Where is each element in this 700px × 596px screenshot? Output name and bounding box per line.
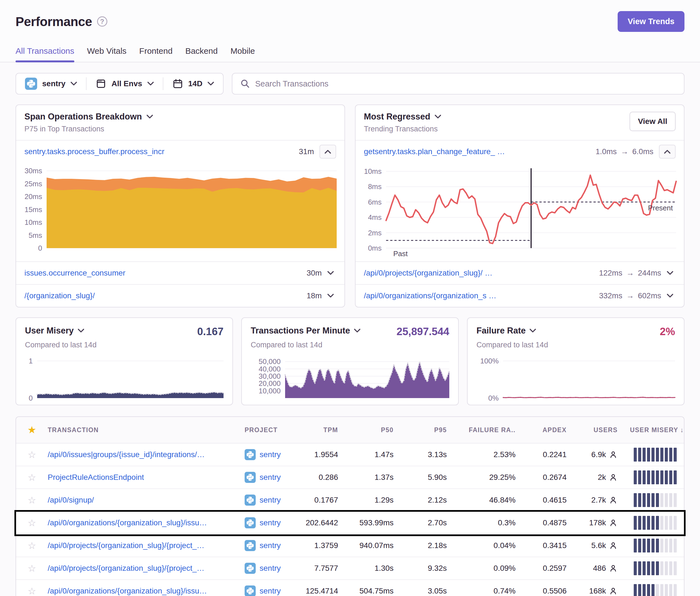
star-outline-icon[interactable]: ☆ <box>16 495 48 506</box>
duration-value: 18m <box>307 291 322 300</box>
tab-frontend[interactable]: Frontend <box>139 46 173 62</box>
expand-toggle[interactable] <box>665 289 676 303</box>
user-misery-chart <box>618 516 684 530</box>
regressed-transaction-link[interactable]: getsentry.tasks.plan_change_feature_ … <box>364 147 513 156</box>
star-outline-icon[interactable]: ☆ <box>16 586 48 596</box>
apdex-value: 0.4615 <box>516 496 567 504</box>
star-outline-icon[interactable]: ☆ <box>16 517 48 528</box>
col-apdex[interactable]: APDEX <box>516 426 567 434</box>
span-op-link[interactable]: issues.occurrence_consumer <box>24 268 134 278</box>
stacked-area-chart <box>47 168 337 248</box>
p50-value: 1.37s <box>338 473 394 482</box>
line-chart <box>386 168 676 248</box>
star-outline-icon[interactable]: ☆ <box>16 563 48 574</box>
failure-rate-value: 0.3% <box>447 518 516 527</box>
apdex-value: 0.5506 <box>516 587 567 595</box>
col-p50[interactable]: P50 <box>338 426 394 434</box>
project-link[interactable]: sentry <box>245 472 303 483</box>
tpm-mini-chart: 50,00040,00030,00020,00010,000 <box>251 357 449 398</box>
col-failure-ra[interactable]: FAILURE RA.. <box>447 426 516 434</box>
search-input[interactable] <box>255 79 676 88</box>
most-regressed-panel: Most Regressed Trending Transactions Vie… <box>355 104 684 307</box>
python-icon <box>25 78 37 90</box>
span-op-link[interactable]: /{organization_slug}/ <box>24 291 103 300</box>
y-axis: 10ms8ms6ms4ms2ms0ms <box>359 168 386 248</box>
expand-toggle[interactable] <box>665 266 676 280</box>
p95-value: 2.12s <box>394 496 447 504</box>
environment-filter-label: All Envs <box>111 79 142 88</box>
calendar-icon <box>172 78 183 89</box>
col-p95[interactable]: P95 <box>394 426 447 434</box>
failure-rate-value: 2% <box>660 326 675 338</box>
tab-mobile[interactable]: Mobile <box>230 46 255 62</box>
apdex-value: 0.2241 <box>516 450 567 459</box>
y-axis: 10 <box>25 357 37 398</box>
tpm-value: 25,897.544 <box>397 326 449 338</box>
project-link[interactable]: sentry <box>245 586 303 596</box>
transaction-link[interactable]: /api/0/signup/ <box>48 496 245 504</box>
project-link[interactable]: sentry <box>245 540 303 551</box>
tpm-card-title[interactable]: Transactions Per Minute <box>251 326 360 336</box>
environment-filter[interactable]: All Envs <box>86 78 162 89</box>
user-misery-card-title[interactable]: User Misery <box>25 326 84 336</box>
col-users[interactable]: USERS <box>567 426 618 434</box>
transaction-link[interactable]: /api/0/organizations/{organization_slug}… <box>48 587 245 595</box>
regressed-transaction-row: getsentry.tasks.plan_change_feature_ …1.… <box>355 140 684 163</box>
transaction-link[interactable]: /api/0/issues|groups/{issue_id}/integrat… <box>48 450 245 459</box>
user-misery-chart <box>618 470 684 484</box>
col-tpm[interactable]: TPM <box>303 426 338 434</box>
table-header: ★TRANSACTIONPROJECTTPMP50P95FAILURE RA..… <box>16 417 684 443</box>
star-outline-icon[interactable]: ☆ <box>16 449 48 460</box>
python-icon <box>245 495 256 506</box>
user-misery-chart <box>618 493 684 507</box>
user-icon <box>609 518 618 527</box>
span-panel-title[interactable]: Span Operations Breakdown <box>24 112 153 122</box>
date-range-filter[interactable]: 14D <box>164 78 223 89</box>
duration-value: 1.0ms→6.0ms <box>596 147 654 156</box>
col-transaction[interactable]: TRANSACTION <box>48 426 245 434</box>
regressed-transaction-row: /api/0/organizations/{organization_s …33… <box>355 284 684 307</box>
star-outline-icon[interactable]: ☆ <box>16 540 48 551</box>
collapse-toggle[interactable] <box>320 145 336 159</box>
expand-toggle[interactable] <box>325 289 336 303</box>
regressed-panel-title[interactable]: Most Regressed <box>364 112 441 122</box>
failure-rate-value: 0.04% <box>447 541 516 550</box>
users-value: 5.6k <box>567 541 618 550</box>
star-outline-icon[interactable]: ☆ <box>16 472 48 483</box>
area-chart <box>285 357 449 398</box>
view-trends-button[interactable]: View Trends <box>618 11 684 32</box>
transaction-link[interactable]: /api/0/projects/{organization_slug}/{pro… <box>48 564 245 573</box>
tab-backend[interactable]: Backend <box>185 46 218 62</box>
tpm-value: 1.9554 <box>303 450 338 459</box>
expand-toggle[interactable] <box>325 266 336 280</box>
regressed-transaction-link[interactable]: /api/0/projects/{organization_slug}/ … <box>364 268 501 278</box>
project-link[interactable]: sentry <box>245 517 303 528</box>
tpm-value: 125.4714 <box>303 587 338 595</box>
col-user-misery[interactable]: USER MISERY ↓ <box>618 426 684 434</box>
help-icon[interactable]: ? <box>97 16 107 27</box>
span-op-link[interactable]: sentry.tasks.process_buffer.process_incr <box>24 147 173 156</box>
transaction-link[interactable]: /api/0/projects/{organization_slug}/{pro… <box>48 541 245 550</box>
tab-all-transactions[interactable]: All Transactions <box>16 46 74 62</box>
col-project[interactable]: PROJECT <box>245 426 303 434</box>
p50-value: 1.30s <box>338 564 394 573</box>
table-row: ☆/api/0/signup/sentry0.17671.29s2.12s46.… <box>16 489 684 512</box>
view-all-button[interactable]: View All <box>629 112 676 131</box>
span-panel-subtitle: P75 in Top Transactions <box>24 125 153 133</box>
window-icon <box>95 78 106 89</box>
collapse-toggle[interactable] <box>659 145 676 159</box>
failure-rate-card-title[interactable]: Failure Rate <box>476 326 536 336</box>
project-link[interactable]: sentry <box>245 449 303 460</box>
area-chart <box>37 357 224 398</box>
project-link[interactable]: sentry <box>245 495 303 506</box>
project-link[interactable]: sentry <box>245 563 303 574</box>
tab-bar: All TransactionsWeb VitalsFrontendBacken… <box>16 46 684 62</box>
project-filter[interactable]: sentry <box>16 78 86 90</box>
transaction-link[interactable]: /api/0/organizations/{organization_slug}… <box>48 518 245 527</box>
transaction-link[interactable]: ProjectRuleActionsEndpoint <box>48 473 245 482</box>
failure-rate-mini-chart: 100%0% <box>476 357 675 398</box>
search-bar[interactable] <box>232 73 684 95</box>
tab-web-vitals[interactable]: Web Vitals <box>87 46 126 62</box>
regressed-transaction-link[interactable]: /api/0/organizations/{organization_s … <box>364 291 505 300</box>
chevron-down-icon <box>78 329 84 333</box>
